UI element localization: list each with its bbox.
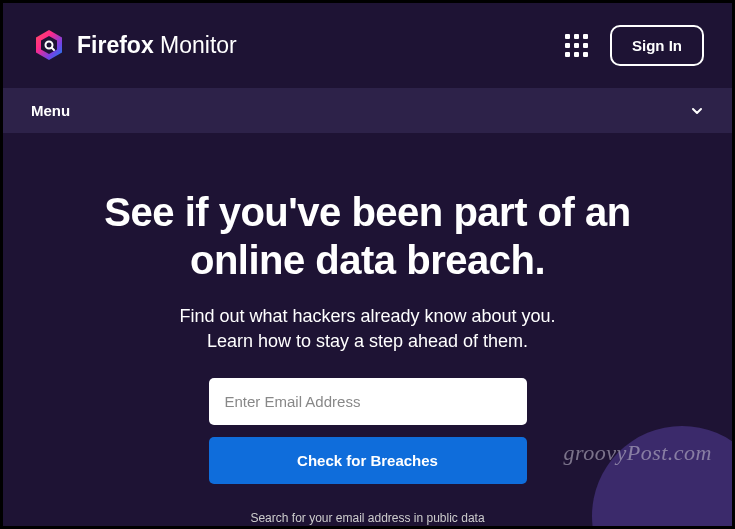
subtitle-line1: Find out what hackers already know about…: [179, 306, 555, 326]
brand-bold: Firefox: [77, 32, 154, 58]
main-content: See if you've been part of an online dat…: [3, 133, 732, 529]
brand-light: Monitor: [160, 32, 237, 58]
menu-label: Menu: [31, 102, 70, 119]
firefox-monitor-icon: [31, 28, 67, 64]
header: Firefox Monitor Sign In: [3, 3, 732, 88]
check-breaches-button[interactable]: Check for Breaches: [209, 437, 527, 484]
hero-subtitle: Find out what hackers already know about…: [43, 304, 692, 354]
email-field[interactable]: [209, 378, 527, 425]
watermark: groovyPost.com: [563, 440, 712, 466]
header-right: Sign In: [565, 25, 704, 66]
brand-text: Firefox Monitor: [77, 32, 237, 59]
form-footer-text: Search for your email address in public …: [250, 510, 484, 529]
apps-grid-icon[interactable]: [565, 34, 588, 57]
signin-button[interactable]: Sign In: [610, 25, 704, 66]
subtitle-line2: Learn how to stay a step ahead of them.: [207, 331, 528, 351]
menu-bar[interactable]: Menu: [3, 88, 732, 133]
logo[interactable]: Firefox Monitor: [31, 28, 237, 64]
chevron-down-icon: [690, 104, 704, 118]
hero-title: See if you've been part of an online dat…: [43, 188, 692, 284]
footer-line1: Search for your email address in public …: [250, 511, 484, 525]
